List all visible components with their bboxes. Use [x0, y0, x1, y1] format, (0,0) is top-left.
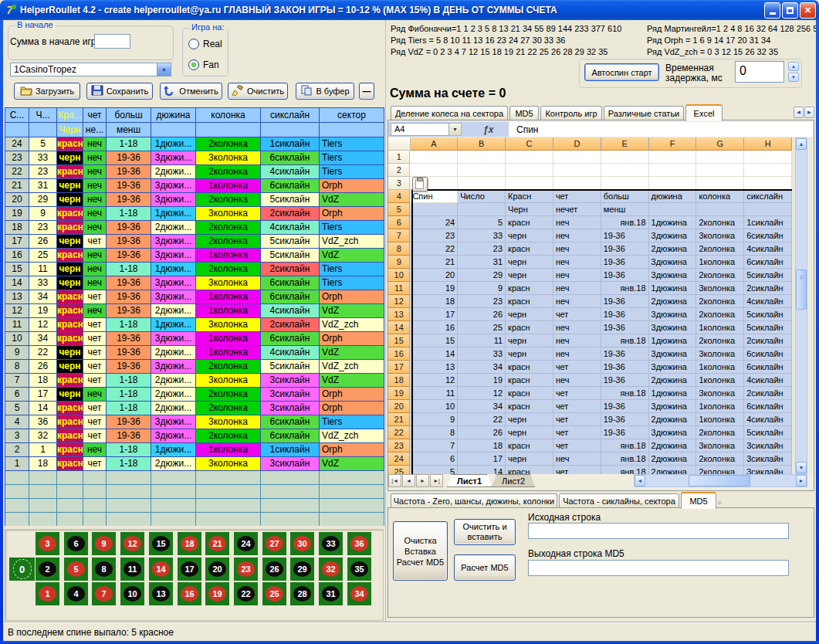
cell-G17[interactable]: 1колонка: [696, 361, 744, 374]
cell-G18[interactable]: 1колонка: [696, 374, 744, 387]
cell-F22[interactable]: 3дюжина: [649, 426, 697, 439]
cell-F16[interactable]: 3дюжина: [649, 347, 697, 361]
cell-F6[interactable]: 1дюжина: [649, 216, 697, 229]
toolbar-button-2[interactable]: Сохранить: [86, 83, 153, 100]
cell-B22[interactable]: 26: [458, 426, 506, 439]
column-header-B[interactable]: B: [458, 137, 506, 151]
cell-A18[interactable]: 12: [410, 374, 458, 387]
roulette-cell-31[interactable]: 31: [319, 582, 343, 605]
cell-E16[interactable]: 19-36: [601, 347, 649, 361]
cell-H5[interactable]: [744, 203, 792, 216]
cell-D5[interactable]: нечет: [553, 203, 601, 216]
cell-E21[interactable]: 19-36: [601, 413, 649, 426]
md5-clear-and-insert-button[interactable]: Очистить и вставить: [454, 519, 516, 545]
roulette-cell-15[interactable]: 15: [149, 532, 173, 555]
column-header-C[interactable]: C: [506, 137, 553, 151]
cell-C20[interactable]: красн: [506, 400, 553, 413]
row-header-5[interactable]: 5: [388, 203, 410, 216]
roulette-cell-24[interactable]: 24: [234, 532, 258, 555]
cell-H16[interactable]: 6сиклайн: [744, 347, 792, 361]
cell-C5[interactable]: Черн: [506, 203, 553, 216]
cell-D21[interactable]: чет: [553, 413, 601, 426]
cell-H10[interactable]: 5сиклайн: [744, 269, 792, 282]
roulette-cell-18[interactable]: 18: [178, 532, 201, 555]
cell-E7[interactable]: 19-36: [601, 229, 649, 242]
cell-C10[interactable]: черн: [506, 269, 553, 282]
cell-E19[interactable]: янв.18: [601, 387, 649, 400]
roulette-cell-2[interactable]: 2: [36, 558, 59, 581]
cell-F23[interactable]: 2дюжина: [649, 439, 697, 452]
cell-B9[interactable]: 31: [458, 256, 506, 269]
cell-E9[interactable]: 19-36: [601, 256, 649, 269]
cell-C16[interactable]: черн: [506, 347, 553, 361]
cell-C2[interactable]: [506, 164, 553, 177]
cell-F1[interactable]: [649, 151, 697, 164]
row-header-20[interactable]: 20: [388, 400, 410, 413]
roulette-cell-12[interactable]: 12: [120, 532, 144, 555]
paste-options-icon[interactable]: [412, 177, 428, 192]
cell-E6[interactable]: янв.18: [601, 216, 649, 229]
cell-name-box[interactable]: A4: [391, 123, 449, 136]
cell-E2[interactable]: [601, 164, 649, 177]
cell-C6[interactable]: красн: [506, 216, 553, 229]
cell-E17[interactable]: 19-36: [601, 361, 649, 374]
scroll-left-icon[interactable]: ◄: [635, 475, 645, 486]
cell-C21[interactable]: черн: [506, 413, 553, 426]
tabs-scroll-left-icon[interactable]: ◄: [794, 107, 804, 118]
cell-B7[interactable]: 33: [458, 229, 506, 242]
tab-3[interactable]: Контроль игр: [540, 106, 602, 120]
cell-D10[interactable]: неч: [553, 269, 601, 282]
row-header-6[interactable]: 6: [388, 216, 410, 229]
cell-A8[interactable]: 22: [410, 242, 458, 256]
radio-real-icon[interactable]: [188, 39, 199, 49]
cell-H11[interactable]: 2сиклайн: [744, 282, 792, 295]
cell-F17[interactable]: 3дюжина: [649, 361, 697, 374]
cell-H4[interactable]: сикслайн: [744, 190, 792, 203]
roulette-cell-29[interactable]: 29: [290, 558, 314, 581]
spinner-down-icon[interactable]: ▼: [788, 73, 799, 82]
cell-H21[interactable]: 4сиклайн: [744, 413, 792, 426]
cell-B1[interactable]: [458, 151, 506, 164]
fx-icon[interactable]: ƒx: [483, 124, 493, 135]
cell-E3[interactable]: [601, 177, 649, 190]
cell-A21[interactable]: 9: [410, 413, 458, 426]
tab-2[interactable]: MD5: [509, 106, 539, 120]
row-header-25[interactable]: 25: [388, 466, 410, 474]
cell-E13[interactable]: 19-36: [601, 308, 649, 321]
cell-D19[interactable]: чет: [553, 387, 601, 400]
cell-E12[interactable]: 19-36: [601, 295, 649, 308]
cell-D4[interactable]: чет: [553, 190, 601, 203]
cell-C8[interactable]: красн: [506, 242, 553, 256]
cell-F9[interactable]: 3дюжина: [649, 256, 697, 269]
roulette-cell-6[interactable]: 6: [64, 532, 88, 555]
cell-F5[interactable]: [649, 203, 697, 216]
cell-H19[interactable]: 2сиклайн: [744, 387, 792, 400]
cell-C22[interactable]: черн: [506, 426, 553, 439]
cell-G19[interactable]: 3колонка: [696, 387, 744, 400]
cell-B25[interactable]: 14: [458, 466, 506, 474]
cell-G25[interactable]: 2колонка: [696, 466, 744, 474]
cell-A20[interactable]: 10: [410, 400, 458, 413]
roulette-cell-35[interactable]: 35: [347, 558, 371, 581]
cell-D11[interactable]: неч: [553, 282, 601, 295]
cell-A19[interactable]: 11: [410, 387, 458, 400]
cell-F8[interactable]: 2дюжина: [649, 242, 697, 256]
cell-C1[interactable]: [506, 151, 553, 164]
formula-text[interactable]: Спин: [509, 122, 813, 137]
scroll-right-icon[interactable]: ►: [796, 475, 807, 486]
cell-B18[interactable]: 19: [458, 374, 506, 387]
cell-E10[interactable]: 19-36: [601, 269, 649, 282]
roulette-cell-27[interactable]: 27: [262, 532, 286, 555]
cell-E8[interactable]: 19-36: [601, 242, 649, 256]
roulette-cell-3[interactable]: 3: [36, 532, 59, 555]
close-button[interactable]: ✕: [800, 2, 816, 19]
cell-B19[interactable]: 12: [458, 387, 506, 400]
cell-G20[interactable]: 1колонка: [696, 400, 744, 413]
cell-F18[interactable]: 2дюжина: [649, 374, 697, 387]
cell-F4[interactable]: дюжина: [649, 190, 697, 203]
row-header-21[interactable]: 21: [388, 413, 410, 426]
cell-F3[interactable]: [649, 177, 697, 190]
cell-B12[interactable]: 23: [458, 295, 506, 308]
sheet-prev-icon[interactable]: ◄: [402, 474, 415, 487]
cell-G3[interactable]: [696, 177, 744, 190]
